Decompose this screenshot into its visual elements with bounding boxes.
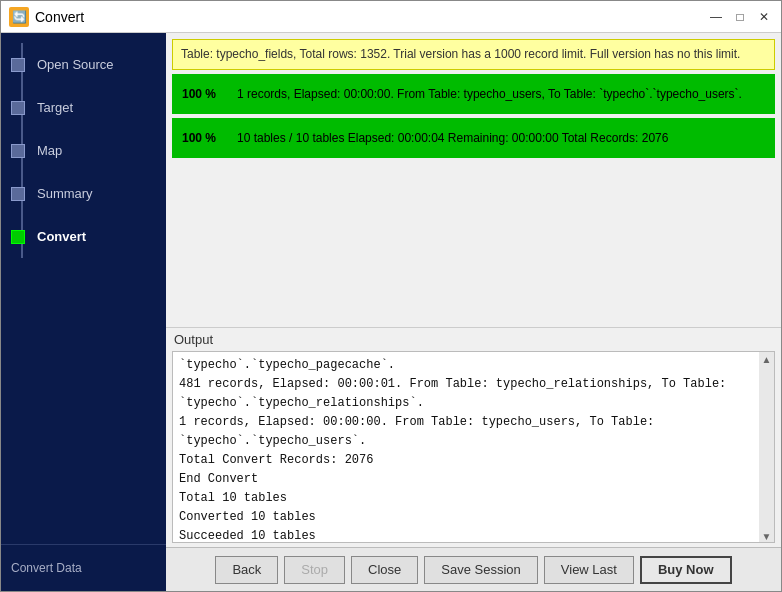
- sidebar-label-map: Map: [37, 143, 62, 158]
- progress-row-2: 100 % 10 tables / 10 tables Elapsed: 00:…: [172, 118, 775, 158]
- button-bar: Back Stop Close Save Session View Last B…: [166, 547, 781, 591]
- sidebar-dot-map: [11, 144, 25, 158]
- sidebar-label-summary: Summary: [37, 186, 93, 201]
- progress-pct-2: 100 %: [182, 131, 237, 145]
- sidebar-item-map[interactable]: Map: [1, 129, 166, 172]
- window-controls: — □ ✕: [707, 8, 773, 26]
- output-section: Output `typecho`.`typecho_pagecache`.481…: [166, 327, 781, 547]
- output-line: 481 records, Elapsed: 00:00:01. From Tab…: [179, 375, 753, 393]
- sidebar-item-convert[interactable]: Convert: [1, 215, 166, 258]
- warning-text: Table: typecho_fields, Total rows: 1352.…: [181, 47, 740, 61]
- output-lines: `typecho`.`typecho_pagecache`.481 record…: [179, 356, 753, 543]
- output-line: Converted 10 tables: [179, 508, 753, 526]
- sidebar-dot-convert: [11, 230, 25, 244]
- main-window: 🔄 Convert — □ ✕ Open Source Target: [0, 0, 782, 592]
- maximize-button[interactable]: □: [731, 8, 749, 26]
- sidebar-label-target: Target: [37, 100, 73, 115]
- progress-row-1: 100 % 1 records, Elapsed: 00:00:00. From…: [172, 74, 775, 114]
- close-button[interactable]: ✕: [755, 8, 773, 26]
- progress-info-2: 10 tables / 10 tables Elapsed: 00:00:04 …: [237, 129, 765, 147]
- sidebar-label-open-source: Open Source: [37, 57, 114, 72]
- sidebar-label-convert: Convert: [37, 229, 86, 244]
- output-line: `typecho`.`typecho_users`.: [179, 432, 753, 450]
- sidebar-dot-open-source: [11, 58, 25, 72]
- back-button[interactable]: Back: [215, 556, 278, 584]
- sidebar-dot-summary: [11, 187, 25, 201]
- progress-pct-1: 100 %: [182, 87, 237, 101]
- view-last-button[interactable]: View Last: [544, 556, 634, 584]
- content-area: Table: typecho_fields, Total rows: 1352.…: [166, 33, 781, 591]
- save-session-button[interactable]: Save Session: [424, 556, 538, 584]
- window-title: Convert: [35, 9, 707, 25]
- output-line: Total Convert Records: 2076: [179, 451, 753, 469]
- output-label: Output: [166, 328, 781, 351]
- stop-button[interactable]: Stop: [284, 556, 345, 584]
- sidebar: Open Source Target Map Summary Convert: [1, 33, 166, 591]
- progress-area: Table: typecho_fields, Total rows: 1352.…: [166, 33, 781, 327]
- warning-box: Table: typecho_fields, Total rows: 1352.…: [172, 39, 775, 70]
- output-line: 1 records, Elapsed: 00:00:00. From Table…: [179, 413, 753, 431]
- progress-info-1: 1 records, Elapsed: 00:00:00. From Table…: [237, 85, 765, 103]
- output-line: Succeeded 10 tables: [179, 527, 753, 543]
- output-line: `typecho`.`typecho_relationships`.: [179, 394, 753, 412]
- sidebar-item-open-source[interactable]: Open Source: [1, 43, 166, 86]
- scroll-up-arrow[interactable]: ▲: [762, 354, 772, 365]
- output-line: `typecho`.`typecho_pagecache`.: [179, 356, 753, 374]
- scroll-down-arrow[interactable]: ▼: [762, 531, 772, 542]
- app-icon: 🔄: [9, 7, 29, 27]
- output-line: End Convert: [179, 470, 753, 488]
- buy-now-button[interactable]: Buy Now: [640, 556, 732, 584]
- sidebar-item-target[interactable]: Target: [1, 86, 166, 129]
- sidebar-dot-target: [11, 101, 25, 115]
- minimize-button[interactable]: —: [707, 8, 725, 26]
- sidebar-bottom-label: Convert Data: [1, 544, 166, 591]
- main-content: Open Source Target Map Summary Convert: [1, 33, 781, 591]
- output-box[interactable]: `typecho`.`typecho_pagecache`.481 record…: [172, 351, 759, 543]
- scrollbar[interactable]: ▲ ▼: [759, 351, 775, 543]
- close-button-bar[interactable]: Close: [351, 556, 418, 584]
- sidebar-item-summary[interactable]: Summary: [1, 172, 166, 215]
- titlebar: 🔄 Convert — □ ✕: [1, 1, 781, 33]
- output-line: Total 10 tables: [179, 489, 753, 507]
